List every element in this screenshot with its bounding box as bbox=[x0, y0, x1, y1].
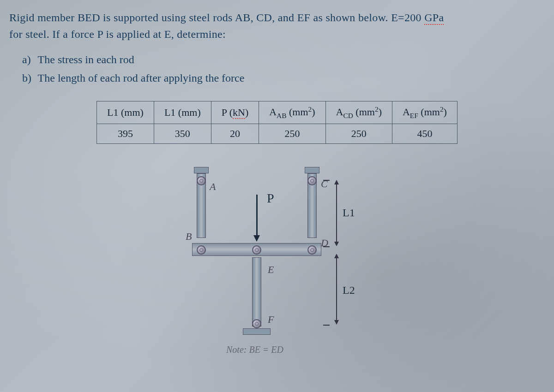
task-a-text: The stress in each rod bbox=[38, 53, 134, 65]
task-list: a) The stress in each rod b) The length … bbox=[22, 51, 545, 87]
header-P: P (kN) bbox=[211, 101, 259, 124]
dim-L2-arrow-down bbox=[334, 320, 339, 325]
pin-C bbox=[307, 176, 317, 185]
dim-L1-arrow-down bbox=[334, 242, 339, 246]
label-D: D bbox=[321, 237, 328, 249]
force-P-shaft bbox=[256, 195, 258, 236]
dim-L1-line bbox=[336, 181, 337, 245]
value-L1b: 350 bbox=[154, 124, 211, 143]
gpa-text: GPa bbox=[424, 12, 444, 25]
task-b-label: b) bbox=[22, 69, 35, 87]
label-A: A bbox=[210, 181, 216, 193]
label-L1: L1 bbox=[343, 207, 355, 219]
value-L1: 395 bbox=[97, 124, 154, 143]
header-ACD: ACD (mm2) bbox=[325, 101, 392, 124]
dim-L2-arrow-up bbox=[334, 254, 339, 258]
value-AAB: 250 bbox=[259, 124, 325, 143]
pin-F-base bbox=[243, 328, 271, 335]
value-ACD: 250 bbox=[325, 124, 392, 143]
header-AEF: AEF (mm2) bbox=[392, 101, 457, 124]
dim-L1-tick-top bbox=[323, 180, 330, 181]
dim-L1-tick-bot bbox=[323, 246, 330, 247]
dim-L2-line bbox=[336, 255, 337, 324]
pin-F bbox=[252, 319, 261, 328]
label-L2: L2 bbox=[343, 284, 355, 297]
label-B: B bbox=[186, 231, 192, 243]
table-header-row: L1 (mm) L1 (mm) P (kN) AAB (mm2) ACD (mm… bbox=[97, 101, 458, 124]
dim-L1-arrow-up bbox=[334, 180, 339, 184]
task-a: a) The stress in each rod bbox=[22, 51, 545, 68]
header-L1b: L1 (mm) bbox=[154, 101, 211, 124]
value-P: 20 bbox=[211, 124, 259, 143]
table-data-row: 395 350 20 250 250 450 bbox=[97, 124, 458, 143]
label-E: E bbox=[268, 264, 274, 276]
value-AEF: 450 bbox=[392, 124, 457, 143]
header-AAB: AAB (mm2) bbox=[259, 101, 325, 124]
pin-A-top bbox=[194, 167, 209, 173]
label-F: F bbox=[268, 314, 274, 326]
pin-E-top bbox=[252, 245, 261, 255]
task-a-label: a) bbox=[22, 51, 35, 68]
pin-A bbox=[197, 176, 206, 185]
problem-line2: for steel. If a force P is applied at E,… bbox=[9, 28, 226, 40]
dim-L2-tick-bot bbox=[323, 325, 330, 326]
pin-B bbox=[197, 245, 206, 255]
pin-D bbox=[307, 245, 317, 255]
label-P: P bbox=[267, 191, 274, 206]
task-b: b) The length of each rod after applying… bbox=[22, 69, 545, 87]
data-table: L1 (mm) L1 (mm) P (kN) AAB (mm2) ACD (mm… bbox=[96, 101, 458, 144]
diagram-note: Note: BE = ED bbox=[226, 344, 283, 355]
pin-C-top bbox=[305, 167, 319, 173]
problem-statement: Rigid member BED is supported using stee… bbox=[9, 9, 545, 42]
task-b-text: The length of each rod after applying th… bbox=[38, 72, 245, 84]
structural-diagram: A C B D E F P L1 L2 Note: BE = ED bbox=[175, 167, 379, 361]
rod-EF bbox=[252, 257, 261, 327]
force-P-head bbox=[253, 235, 260, 242]
problem-line1: Rigid member BED is supported using stee… bbox=[9, 12, 424, 24]
header-L1: L1 (mm) bbox=[97, 101, 154, 124]
